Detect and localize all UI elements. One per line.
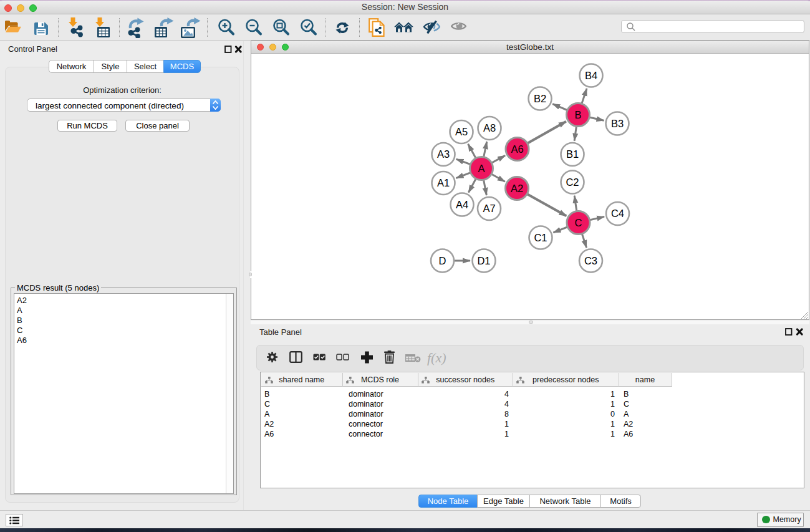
svg-text:C: C	[575, 217, 582, 228]
svg-text:A7: A7	[483, 203, 495, 214]
svg-text:A: A	[478, 163, 485, 174]
svg-text:A4: A4	[456, 199, 468, 210]
svg-text:C1: C1	[534, 232, 547, 243]
svg-text:A2: A2	[511, 183, 523, 194]
svg-text:B: B	[574, 109, 581, 120]
svg-text:C4: C4	[611, 208, 624, 219]
svg-text:A1: A1	[437, 177, 450, 188]
svg-text:A6: A6	[511, 143, 523, 155]
svg-text:C2: C2	[566, 177, 579, 188]
svg-text:D: D	[439, 255, 446, 266]
svg-text:A3: A3	[437, 148, 450, 160]
svg-text:C3: C3	[584, 255, 597, 266]
svg-text:D1: D1	[477, 255, 490, 266]
svg-text:A8: A8	[483, 122, 496, 133]
svg-text:B4: B4	[585, 70, 597, 81]
svg-text:B3: B3	[611, 118, 624, 129]
svg-text:B1: B1	[566, 148, 579, 160]
svg-text:B2: B2	[534, 93, 546, 104]
svg-text:A5: A5	[455, 126, 468, 137]
